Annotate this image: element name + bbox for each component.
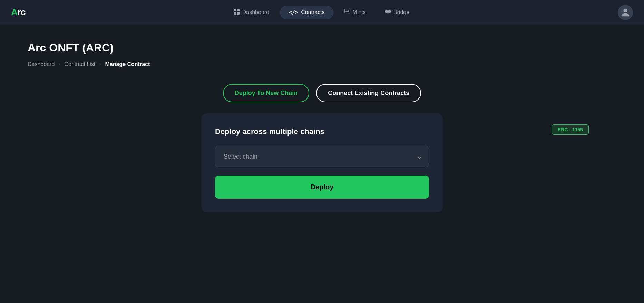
nav-item-dashboard[interactable]: Dashboard [226, 6, 277, 19]
nav-item-bridge[interactable]: Bridge [377, 6, 418, 19]
logo-rc: rc [17, 7, 26, 17]
breadcrumb-dashboard[interactable]: Dashboard [28, 61, 55, 67]
main-nav: Dashboard </> Contracts Mints [226, 6, 418, 19]
deploy-card-title: Deploy across multiple chains [215, 127, 429, 136]
connect-existing-button[interactable]: Connect Existing Contracts [316, 84, 421, 102]
select-chain-dropdown[interactable]: Select chain Ethereum Polygon BSC Avalan… [215, 146, 429, 167]
action-buttons: Deploy To New Chain Connect Existing Con… [28, 84, 616, 102]
nav-label-contracts: Contracts [301, 9, 324, 16]
header: Arc Dashboard </> Contracts [0, 0, 644, 25]
breadcrumb-manage-contract[interactable]: Manage Contract [105, 61, 150, 67]
erc-badge: ERC - 1155 [552, 124, 589, 135]
svg-point-5 [348, 10, 349, 11]
breadcrumb: Dashboard • Contract List • Manage Contr… [28, 61, 616, 67]
svg-rect-1 [237, 9, 240, 11]
breadcrumb-contract-list[interactable]: Contract List [64, 61, 95, 67]
breadcrumb-sep-1: • [59, 62, 60, 67]
nav-item-contracts[interactable]: </> Contracts [280, 6, 333, 19]
nav-label-mints: Mints [353, 9, 366, 16]
mints-icon [344, 9, 350, 16]
contracts-icon: </> [289, 9, 298, 16]
nav-item-mints[interactable]: Mints [336, 6, 374, 19]
page-title: Arc ONFT (ARC) [28, 41, 616, 54]
breadcrumb-sep-2: • [99, 62, 101, 67]
content-area: Arc ONFT (ARC) Dashboard • Contract List… [28, 41, 616, 212]
svg-rect-3 [237, 12, 240, 15]
select-chain-wrapper: Select chain Ethereum Polygon BSC Avalan… [215, 146, 429, 167]
bridge-icon [385, 9, 391, 16]
svg-rect-2 [234, 12, 236, 15]
deploy-card: Deploy across multiple chains Select cha… [201, 113, 443, 212]
main-content: Arc ONFT (ARC) Dashboard • Contract List… [0, 25, 644, 229]
nav-label-bridge: Bridge [393, 9, 409, 16]
deploy-new-chain-button[interactable]: Deploy To New Chain [223, 84, 310, 102]
svg-rect-0 [234, 9, 236, 11]
logo[interactable]: Arc [11, 7, 26, 18]
dashboard-icon [234, 9, 240, 16]
user-avatar[interactable] [618, 5, 633, 20]
nav-label-dashboard: Dashboard [242, 9, 269, 16]
deploy-button[interactable]: Deploy [215, 176, 429, 199]
logo-a: A [11, 7, 17, 17]
